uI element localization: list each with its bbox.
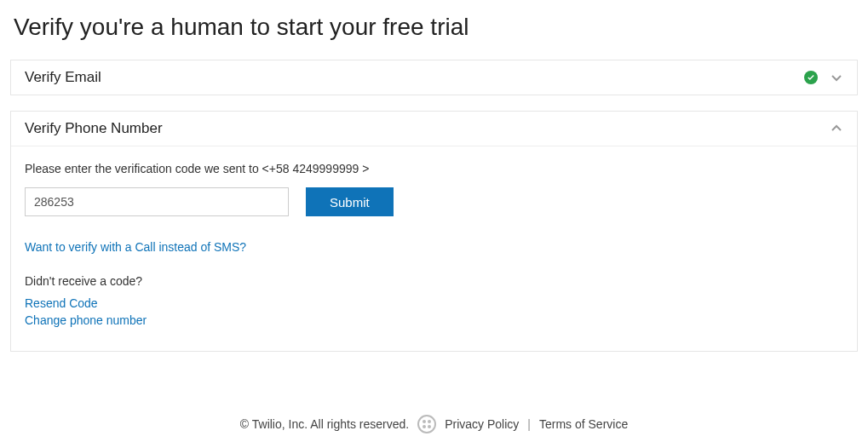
twilio-logo-icon bbox=[417, 415, 436, 433]
submit-button[interactable]: Submit bbox=[306, 187, 394, 216]
verify-email-header[interactable]: Verify Email bbox=[11, 60, 857, 95]
verify-email-title: Verify Email bbox=[25, 69, 101, 86]
page-title: Verify you're a human to start your free… bbox=[10, 14, 858, 41]
verify-email-panel: Verify Email bbox=[10, 60, 858, 95]
verification-instruction: Please enter the verification code we se… bbox=[25, 162, 843, 175]
verify-phone-panel: Verify Phone Number Please enter the ver… bbox=[10, 111, 858, 352]
change-phone-link[interactable]: Change phone number bbox=[25, 313, 843, 327]
verification-code-input[interactable] bbox=[25, 187, 289, 216]
privacy-policy-link[interactable]: Privacy Policy bbox=[445, 417, 519, 431]
chevron-down-icon bbox=[830, 71, 843, 84]
check-circle-icon bbox=[804, 71, 818, 84]
instruction-prefix: Please enter the verification code we se… bbox=[25, 162, 269, 175]
resend-code-link[interactable]: Resend Code bbox=[25, 296, 843, 310]
chevron-up-icon bbox=[830, 122, 843, 135]
no-code-text: Didn't receive a code? bbox=[25, 274, 843, 288]
verify-phone-header[interactable]: Verify Phone Number bbox=[11, 112, 857, 146]
verify-phone-title: Verify Phone Number bbox=[25, 120, 163, 137]
phone-number: +58 4249999999 bbox=[269, 162, 359, 175]
terms-of-service-link[interactable]: Terms of Service bbox=[539, 417, 628, 431]
instruction-suffix: > bbox=[359, 162, 369, 175]
verify-with-call-link[interactable]: Want to verify with a Call instead of SM… bbox=[25, 240, 843, 254]
footer-separator: | bbox=[527, 417, 531, 431]
copyright-text: © Twilio, Inc. All rights reserved. bbox=[240, 417, 409, 431]
footer: © Twilio, Inc. All rights reserved. Priv… bbox=[0, 415, 868, 433]
